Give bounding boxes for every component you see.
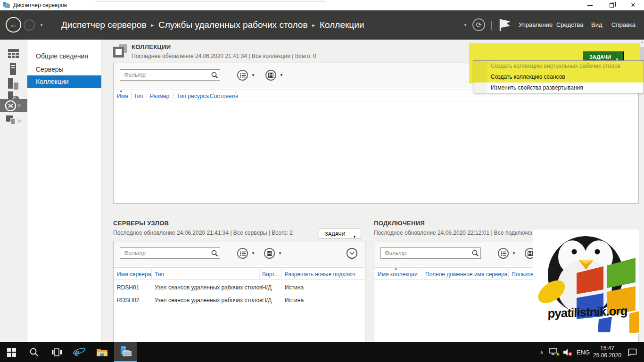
list-icon [240,251,246,256]
column-virtualization[interactable]: Вирт... [262,271,279,278]
cell-virtualization: Н/Д [262,284,272,291]
close-button[interactable]: ✕ [622,0,644,10]
column-type[interactable]: Тип [155,271,164,278]
refresh-button[interactable]: ⟳ [472,18,485,31]
expand-right-icon[interactable]: ▷ [18,103,21,107]
tray-clock[interactable]: 15:47 25.06.2020 [592,342,622,362]
nav-item-overview[interactable]: Общие сведения [27,50,101,63]
column-divider [131,91,132,100]
save-query-button[interactable] [265,70,276,81]
sidebar-item-file-storage-services[interactable]: ▷ [0,114,27,127]
collapse-tile-button[interactable] [347,248,357,259]
table-row[interactable]: RDSH02 Узел сеансов удаленных рабочих ст… [114,294,365,306]
filter-criteria-caret[interactable]: ▼ [251,73,255,77]
breadcrumb-rds[interactable]: Службы удаленных рабочих столов [158,20,307,30]
close-icon: ✕ [631,1,636,8]
collections-filter-input[interactable] [120,69,220,81]
filter-criteria-caret[interactable]: ▼ [251,251,255,255]
task-view-button[interactable] [45,342,68,362]
menu-help[interactable]: Справка [611,10,636,40]
collections-title: КОЛЛЕКЦИИ [132,43,171,50]
tray-volume-muted-icon[interactable] [561,342,574,362]
save-query-caret[interactable]: ▼ [278,251,282,255]
taskbar-search-button[interactable] [23,342,45,362]
refresh-icon: ⟳ [476,21,482,29]
connections-filter-input[interactable] [380,247,481,259]
tray-show-hidden-icons[interactable]: ∧ [537,342,547,362]
column-divider [235,91,236,100]
tasks-dropdown-menu: Создать коллекцию виртуальных рабочих ст… [473,60,644,93]
notifications-flag-icon[interactable] [499,18,511,33]
sidebar-item-remote-desktop-services[interactable]: ▷ [0,99,27,112]
column-divider [281,269,282,279]
file-explorer-button[interactable] [91,342,113,362]
navbar-dropdown-caret[interactable]: ▼ [463,23,467,27]
dashboard-icon [8,49,19,60]
back-button[interactable]: ← [6,17,21,33]
sidebar-icon-strip: ▷ ▷ [0,40,27,342]
column-server-name[interactable]: Имя сервера [117,271,151,278]
cell-allow: Истина [285,297,304,304]
sidebar-item-dashboard[interactable] [0,48,27,60]
column-allow-new-connections[interactable]: Разрешать новые подключ [285,271,355,278]
sidebar-item-all-servers[interactable] [0,77,27,90]
search-icon [211,249,218,257]
forward-button[interactable]: → [24,19,35,31]
history-dropdown-caret[interactable]: ▼ [40,23,43,27]
column-divider [206,91,207,100]
tasks-button-label: ЗАДАЧИ [325,231,346,237]
action-center-button[interactable] [624,342,640,362]
filter-criteria-caret[interactable]: ▼ [512,251,516,255]
restore-button[interactable] [601,0,622,10]
save-icon [528,251,533,256]
column-size[interactable]: Размер [150,93,169,99]
menu-gutter [473,82,487,93]
all-servers-icon [8,78,19,91]
nav-item-servers[interactable]: Серверы [27,63,101,76]
scrollbar-up-icon[interactable]: ∧ [639,41,644,44]
sort-ascending-icon: ▲ [119,89,123,92]
task-view-icon [52,348,62,356]
breadcrumb-collections[interactable]: Коллекции [320,20,364,30]
host-servers-panel: ▼ ▼ Имя сервера Тип Вирт... Разрешать но… [113,241,365,343]
save-query-button[interactable] [264,248,275,259]
column-type[interactable]: Тип [134,93,143,99]
column-resource-type[interactable]: Тип ресурса [177,93,209,99]
start-button[interactable] [0,342,23,362]
breadcrumb-server-manager[interactable]: Диспетчер серверов [61,20,147,30]
breadcrumb-separator-icon: ▸ [307,22,320,28]
save-query-caret[interactable]: ▼ [280,73,283,77]
local-server-icon [10,63,16,77]
minimize-button[interactable] [579,0,601,10]
clock-time: 15:47 [600,345,614,352]
expand-right-icon[interactable]: ▷ [18,118,21,123]
filter-criteria-button[interactable] [237,70,248,81]
internet-explorer-button[interactable]: e [68,342,91,362]
host-servers-filter-input[interactable] [120,247,220,259]
tray-network-icon[interactable] [548,342,561,362]
host-servers-tasks-button[interactable]: ЗАДАЧИ ▼ [319,229,361,239]
table-row[interactable]: RDSH01 Узел сеансов удаленных рабочих ст… [114,281,365,294]
sidebar-item-local-server[interactable] [0,62,27,75]
menu-item-create-session-collection[interactable]: Создать коллекцию сеансов [473,72,644,82]
column-name[interactable]: Имя [117,93,128,99]
filter-criteria-button[interactable] [498,248,509,259]
server-manager-taskbar-button[interactable] [114,342,137,362]
menu-item-edit-deployment-properties[interactable]: Изменить свойства развертывания [473,82,644,93]
column-collection-name[interactable]: Имя коллекции [378,271,418,278]
column-server-fqdn[interactable]: Полное доменное имя сервера [425,271,507,278]
chevron-up-icon: ∧ [540,350,543,355]
column-status[interactable]: Состояние [210,93,238,99]
menu-item-label: Создать коллекцию виртуальных рабочих ст… [491,63,620,69]
menu-view[interactable]: Вид [591,10,603,40]
cell-allow: Истина [285,284,304,291]
navigation-bar: ← → ▼ Диспетчер серверов▸Службы удаленны… [0,10,644,40]
menu-manage[interactable]: Управление [519,10,553,40]
tray-language-indicator[interactable]: ENG [574,342,592,362]
menu-item-create-virtual-desktop-collection[interactable]: Создать коллекцию виртуальных рабочих ст… [473,61,644,72]
filter-criteria-button[interactable] [237,248,248,259]
connections-subtitle: Последнее обновление 24.06.2020 22:12:01… [374,230,537,236]
collections-tasks-button[interactable]: ЗАДАЧИ ▼ [583,51,624,61]
nav-item-collections[interactable]: Коллекции [27,75,101,88]
menu-tools[interactable]: Средства [556,10,584,40]
